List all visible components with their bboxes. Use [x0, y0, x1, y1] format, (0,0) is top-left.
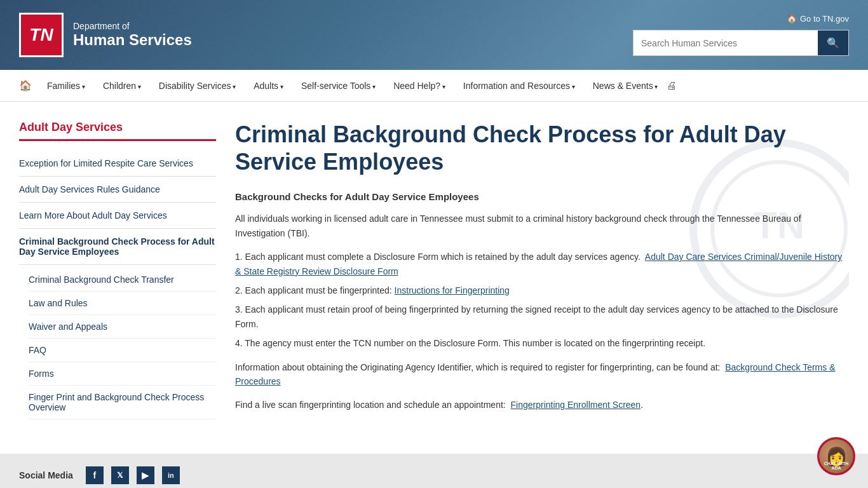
- social-icons: f 𝕏 ▶ in: [86, 466, 180, 484]
- social-media-label: Social Media: [19, 470, 73, 480]
- scan-link[interactable]: Fingerprinting Enrollment Screen: [511, 400, 641, 410]
- sidebar-title: Adult Day Services: [19, 121, 216, 141]
- search-bar: 🔍: [633, 30, 849, 56]
- nav-needhelp-link[interactable]: Need Help?: [384, 71, 454, 100]
- facebook-icon[interactable]: f: [86, 466, 104, 484]
- submenu-link-forms[interactable]: Forms: [29, 362, 216, 385]
- sidebar-link-criminal[interactable]: Criminal Background Check Process for Ad…: [19, 229, 216, 265]
- submenu-link-waiver[interactable]: Waiver and Appeals: [29, 315, 216, 338]
- submenu-item-law: Law and Rules: [29, 292, 216, 315]
- twitter-icon[interactable]: 𝕏: [111, 466, 129, 484]
- logo-area: TN Department of Human Services: [19, 13, 192, 57]
- list-item-2-text: 2. Each applicant must be fingerprinted:: [235, 285, 395, 295]
- submenu-item-forms: Forms: [29, 362, 216, 386]
- nav-items: 🏠 Families Children Disability Services …: [13, 71, 677, 100]
- site-header: TN Department of Human Services 🏠 Go to …: [0, 0, 868, 70]
- submenu-link-transfer[interactable]: Criminal Background Check Transfer: [29, 268, 216, 291]
- tn-logo: TN: [19, 13, 64, 57]
- linkedin-icon[interactable]: in: [162, 466, 180, 484]
- list-item-1: 1. Each applicant must complete a Disclo…: [235, 250, 849, 278]
- list-item-4: 4. The agency must enter the TCN number …: [235, 336, 849, 350]
- nav-home[interactable]: 🏠: [13, 79, 38, 92]
- sidebar-submenu: Criminal Background Check Transfer Law a…: [19, 268, 216, 419]
- chat-button[interactable]: 👩 CHAT WITH ADA: [817, 437, 855, 475]
- content-list: 1. Each applicant must complete a Disclo…: [235, 250, 849, 350]
- fingerprinting-instructions-link[interactable]: Instructions for Fingerprinting: [395, 285, 510, 295]
- nav-disability-link[interactable]: Disability Services: [150, 71, 245, 100]
- sidebar-link-rules[interactable]: Adult Day Services Rules Guidance: [19, 177, 216, 203]
- submenu-link-faq[interactable]: FAQ: [29, 339, 216, 362]
- dept-of-label: Department of: [73, 21, 192, 31]
- scan-text: Find a live scan fingerprinting location…: [235, 400, 506, 410]
- list-item-3: 3. Each applicant must retain proof of b…: [235, 302, 849, 331]
- go-to-tn-text: Go to TN.gov: [800, 14, 849, 24]
- search-input[interactable]: [634, 32, 818, 55]
- main-nav: 🏠 Families Children Disability Services …: [0, 70, 868, 102]
- nav-children-link[interactable]: Children: [94, 71, 150, 100]
- list-item-1-text: 1. Each applicant must complete a Disclo…: [235, 252, 643, 262]
- nav-info[interactable]: Information and Resources: [454, 71, 584, 100]
- nav-selfservice[interactable]: Self-service Tools: [292, 71, 384, 100]
- nav-print[interactable]: 🖨: [667, 80, 677, 92]
- sidebar-link-exception[interactable]: Exception for Limited Respite Care Servi…: [19, 151, 216, 177]
- nav-disability[interactable]: Disability Services: [150, 71, 245, 100]
- submenu-item-fingerprint: Finger Print and Background Check Proces…: [29, 386, 216, 419]
- nav-news[interactable]: News & Events: [584, 71, 667, 100]
- home-nav-icon[interactable]: 🏠: [13, 71, 38, 100]
- submenu-link-fingerprint[interactable]: Finger Print and Background Check Proces…: [29, 386, 216, 419]
- section-heading: Background Checks for Adult Day Service …: [235, 191, 849, 202]
- submenu-link-law[interactable]: Law and Rules: [29, 292, 216, 315]
- page-title: Criminal Background Check Process for Ad…: [235, 121, 849, 175]
- search-button[interactable]: 🔍: [818, 30, 848, 55]
- submenu-item-faq: FAQ: [29, 339, 216, 362]
- site-footer: Social Media f 𝕏 ▶ in: [0, 454, 868, 488]
- dept-name: Department of Human Services: [73, 21, 192, 49]
- home-icon: 🏠: [787, 14, 797, 24]
- nav-news-link[interactable]: News & Events: [584, 71, 667, 100]
- youtube-icon[interactable]: ▶: [137, 466, 154, 484]
- sidebar-link-learn[interactable]: Learn More About Adult Day Services: [19, 203, 216, 229]
- nav-adults-link[interactable]: Adults: [245, 71, 292, 100]
- nav-families-link[interactable]: Families: [38, 71, 94, 100]
- list-item-2: 2. Each applicant must be fingerprinted:…: [235, 283, 849, 297]
- go-to-tn-link[interactable]: 🏠 Go to TN.gov: [787, 14, 849, 24]
- chat-label: CHAT WITH ADA: [819, 461, 853, 470]
- main-container: Adult Day Services Exception for Limited…: [0, 102, 868, 441]
- nav-info-link[interactable]: Information and Resources: [454, 71, 584, 100]
- main-content: TN Criminal Background Check Process for…: [235, 121, 849, 422]
- human-services-label: Human Services: [73, 31, 192, 49]
- submenu-item-waiver: Waiver and Appeals: [29, 315, 216, 339]
- scan-paragraph: Find a live scan fingerprinting location…: [235, 398, 849, 412]
- header-right: 🏠 Go to TN.gov 🔍: [633, 14, 849, 56]
- sidebar: Adult Day Services Exception for Limited…: [19, 121, 216, 422]
- intro-paragraph: All individuals working in licensed adul…: [235, 212, 849, 240]
- nav-needhelp[interactable]: Need Help?: [384, 71, 454, 100]
- oai-text: Information about obtaining the Originat…: [235, 362, 720, 372]
- nav-children[interactable]: Children: [94, 71, 150, 100]
- nav-adults[interactable]: Adults: [245, 71, 292, 100]
- nav-selfservice-link[interactable]: Self-service Tools: [292, 71, 384, 100]
- print-icon[interactable]: 🖨: [667, 80, 677, 91]
- oai-paragraph: Information about obtaining the Originat…: [235, 360, 849, 389]
- nav-families[interactable]: Families: [38, 71, 94, 100]
- submenu-item-transfer: Criminal Background Check Transfer: [29, 268, 216, 292]
